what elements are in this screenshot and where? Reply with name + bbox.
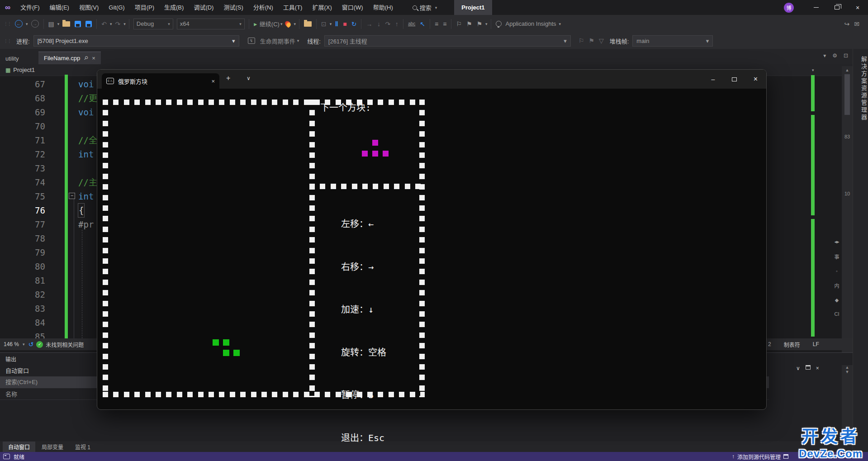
navigate-back-button[interactable]: ← <box>13 20 25 28</box>
continue-label[interactable]: 继续(C) <box>260 19 280 28</box>
undo-button[interactable]: ↶ <box>99 20 109 28</box>
selection-cursor-button[interactable]: ↖ <box>417 20 427 28</box>
console-tab[interactable]: C:\ 俄罗斯方块 × <box>102 73 219 89</box>
chevron-down-icon[interactable]: ▾ <box>329 22 333 26</box>
filter-threads-icon[interactable]: ▽ <box>597 37 606 44</box>
save-button[interactable] <box>72 21 83 27</box>
menu-test[interactable]: 测试(S) <box>218 0 248 15</box>
console-maximize-button[interactable] <box>724 70 745 89</box>
show-next-statement-button[interactable]: → <box>364 20 375 28</box>
pane-collapse-icon[interactable]: ∨ <box>796 365 800 371</box>
restart-button[interactable]: ↻ <box>349 20 359 28</box>
process-dropdown[interactable]: [5708] Project1.exe▾ <box>33 35 239 47</box>
gear-icon[interactable]: ⚙ <box>832 52 837 59</box>
chevron-down-icon[interactable]: ∨ <box>247 75 251 81</box>
application-insights-dropdown[interactable]: Application Insights <box>504 20 558 27</box>
pane-close-icon[interactable]: × <box>816 365 819 371</box>
editor-vertical-scrollbar[interactable]: ▲ 83 10 ▼ <box>842 66 853 352</box>
chevron-down-icon[interactable]: ▾ <box>109 22 113 26</box>
indent-button[interactable]: ≡ <box>432 20 441 28</box>
add-to-source-control-button[interactable]: ↑ 添加到源代码管理 <box>732 453 788 461</box>
console-minimize-button[interactable]: – <box>702 70 724 89</box>
console-titlebar[interactable]: C:\ 俄罗斯方块 × + ∨ – × <box>97 70 766 89</box>
bookmark-next-button[interactable]: ⚑ <box>474 20 484 28</box>
chevron-down-icon[interactable]: ▾ <box>22 342 26 347</box>
scroll-up-icon[interactable]: ▲ <box>842 365 853 370</box>
user-avatar[interactable]: 博 <box>784 3 794 13</box>
solution-config-dropdown[interactable]: Debug▾ <box>133 19 173 29</box>
chevron-down-icon[interactable]: ▾ <box>484 22 489 26</box>
collapse-region-button[interactable]: − <box>69 193 75 199</box>
outdent-button[interactable]: ≡ <box>441 20 449 28</box>
tab-scroll-chevron-icon[interactable]: ▾ <box>823 52 826 59</box>
step-out-button[interactable]: ↑ <box>393 20 401 28</box>
menu-build[interactable]: 生成(B) <box>159 0 189 15</box>
tabs-indicator[interactable]: 制表符 <box>784 341 800 348</box>
navigate-forward-button[interactable]: → <box>29 20 41 28</box>
chevron-down-icon[interactable]: ▾ <box>25 22 29 26</box>
eol-indicator[interactable]: LF <box>813 341 819 347</box>
tab-watch1[interactable]: 监视 1 <box>70 442 96 452</box>
sync-icon[interactable]: ↺ <box>28 341 34 348</box>
toolbar-grip-icon[interactable]: ⋮⋮ <box>2 21 13 26</box>
code-health-icon[interactable]: ✓ <box>36 341 43 348</box>
menu-view[interactable]: 视图(V) <box>74 0 104 15</box>
continue-button[interactable]: ▸ <box>251 20 260 28</box>
hot-reload-button[interactable] <box>283 21 293 27</box>
tab-filename-cpp[interactable]: FileName.cpp ⚲ × <box>38 52 101 64</box>
thread-dropdown[interactable]: [26176] 主线程▾ <box>324 35 571 47</box>
minimize-button[interactable] <box>806 0 826 15</box>
chevron-down-icon[interactable]: ▾ <box>296 38 300 43</box>
scroll-up-icon[interactable]: ▲ <box>842 68 853 72</box>
menu-project[interactable]: 项目(P) <box>130 0 159 15</box>
open-folder-button[interactable] <box>60 21 72 27</box>
close-button[interactable]: × <box>847 0 868 15</box>
show-whitespace-button[interactable]: abc <box>406 21 417 26</box>
chevron-down-icon[interactable]: ▾ <box>280 22 284 26</box>
chevron-down-icon[interactable]: ▾ <box>293 22 297 26</box>
feedback-button[interactable]: ✉ <box>852 20 862 28</box>
column-indicator[interactable]: 2 <box>768 341 771 347</box>
tab-locals[interactable]: 局部变量 <box>36 442 69 452</box>
project-dropdown[interactable]: Project1 <box>13 67 35 73</box>
window-layout-button[interactable]: ⊡ <box>319 20 329 28</box>
chevron-down-icon[interactable]: ▾ <box>558 22 562 26</box>
flag-outline-icon[interactable]: ⚐ <box>576 37 587 44</box>
menu-debug[interactable]: 调试(D) <box>189 0 218 15</box>
close-tab-icon[interactable]: × <box>92 55 95 62</box>
ide-search-box[interactable]: 搜索 ▾ <box>408 2 443 13</box>
console-close-button[interactable]: × <box>745 70 766 89</box>
break-all-button[interactable]: ‖ <box>332 20 341 28</box>
menu-tools[interactable]: 工具(T) <box>278 0 308 15</box>
console-window[interactable]: C:\ 俄罗斯方块 × + ∨ – × 下一个方块: <box>97 69 767 410</box>
chevron-down-icon[interactable]: ▾ <box>57 22 61 26</box>
menu-help[interactable]: 帮助(H) <box>368 0 398 15</box>
zoom-level-dropdown[interactable]: 146 % <box>4 341 19 347</box>
autos-pane-title[interactable]: 自动窗口 <box>5 366 29 375</box>
new-project-button[interactable]: ▤ <box>46 20 57 28</box>
output-pane-title[interactable]: 输出 <box>5 355 16 363</box>
solution-explorer-collapsed-tab[interactable]: 解决方案资源管理器 <box>853 56 868 121</box>
lifecycle-events-button[interactable]: 生命周期事件 <box>257 37 296 45</box>
tab-utility[interactable]: utility <box>0 52 24 64</box>
stop-debugging-button[interactable]: ■ <box>341 20 349 28</box>
scroll-down-icon[interactable]: ▼ <box>842 370 853 374</box>
chevron-down-icon[interactable]: ▾ <box>812 68 814 72</box>
menu-file[interactable]: 文件(F) <box>15 0 45 15</box>
stack-frame-dropdown[interactable]: main▾ <box>632 35 713 47</box>
window-list-icon[interactable]: ⊡ <box>844 52 848 59</box>
flag-icon[interactable]: ⚑ <box>586 37 597 44</box>
close-tab-icon[interactable]: × <box>211 78 215 85</box>
new-tab-button[interactable]: + <box>226 74 230 82</box>
browse-folder-button[interactable] <box>302 21 314 27</box>
chevron-down-icon[interactable]: ▾ <box>123 22 127 26</box>
scrollbar-thumb[interactable] <box>844 74 850 115</box>
pin-icon[interactable]: ⚲ <box>84 55 88 61</box>
menu-edit[interactable]: 编辑(E) <box>45 0 74 15</box>
menu-window[interactable]: 窗口(W) <box>337 0 368 15</box>
menu-git[interactable]: Git(G) <box>104 0 129 15</box>
bookmark-toggle-button[interactable]: ⚐ <box>454 20 464 28</box>
step-over-button[interactable]: ↷ <box>383 20 393 28</box>
menu-analyze[interactable]: 分析(N) <box>248 0 278 15</box>
step-into-button[interactable]: ↓ <box>375 20 383 28</box>
